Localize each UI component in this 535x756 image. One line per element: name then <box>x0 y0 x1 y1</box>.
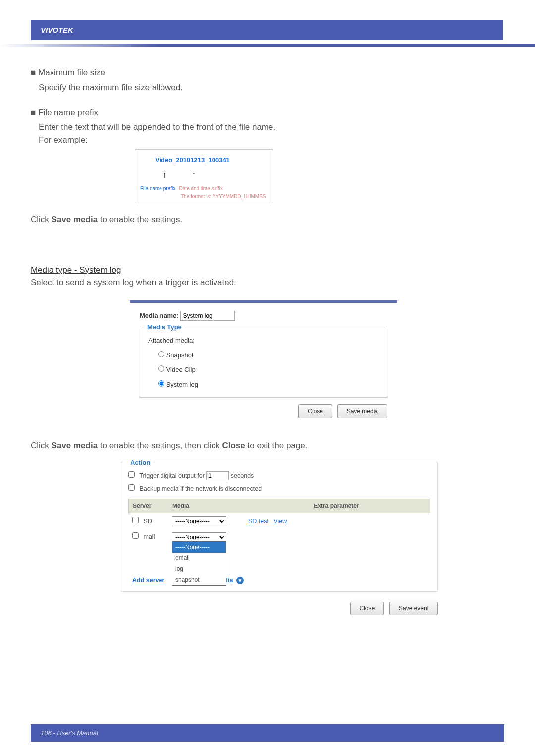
action-table-header: Server Media Extra parameter <box>128 499 430 513</box>
footer-page-label: 106 - User's Manual <box>31 724 504 742</box>
bullet-file-name-prefix: ■ File name prefix <box>31 106 504 119</box>
media-type-fieldset: Media Type Attached media: Snapshot Vide… <box>140 326 387 398</box>
example-format-label: The format is: YYYYMMDD_HHMMSS <box>181 193 268 200</box>
backup-media-checkbox[interactable] <box>128 484 135 491</box>
save-then-close-instruction: Click Save media to enable the settings,… <box>31 439 504 452</box>
close-button[interactable]: Close <box>298 404 332 418</box>
radio-videoclip[interactable] <box>158 365 164 372</box>
header-divider <box>0 44 535 47</box>
dropdown-option-snapshot[interactable]: snapshot <box>172 574 226 585</box>
media-name-input[interactable] <box>180 311 235 321</box>
bullet2-title: File name prefix <box>38 108 98 117</box>
hdr-server: Server <box>133 502 172 510</box>
attached-media-label: Attached media: <box>148 336 379 346</box>
mail-checkbox[interactable] <box>132 532 139 539</box>
row1-server: SD <box>143 518 152 525</box>
media-type-heading: Media type - System log <box>31 264 504 277</box>
dropdown-option-email[interactable]: email <box>172 553 226 563</box>
dropdown-option-none[interactable]: -----None----- <box>172 542 226 553</box>
table-row: SD -----None----- SD test View <box>128 513 430 529</box>
media-name-label: Media name: <box>140 312 179 319</box>
action-panel: Action Trigger digital output for second… <box>121 462 438 592</box>
radio-snapshot[interactable] <box>158 351 164 357</box>
view-link[interactable]: View <box>273 518 287 525</box>
sd-test-link[interactable]: SD test <box>248 518 268 525</box>
sd-media-select[interactable]: -----None----- <box>172 516 226 526</box>
example-filename: Video_20101213_100341 <box>155 155 268 165</box>
media-type-desc: Select to send a system log when a trigg… <box>31 276 504 289</box>
radio-videoclip-label: Video Clip <box>166 366 196 373</box>
row2-server: mail <box>143 533 155 540</box>
example-suffix-label: Date and time suffix <box>179 185 222 192</box>
header-brand: VIVOTEK <box>31 20 503 40</box>
backup-label: Backup media if the network is disconnec… <box>139 485 262 492</box>
table-row: mail -----None----- -----None----- email… <box>128 529 430 545</box>
up-arrow-icon: ↑ <box>192 168 196 182</box>
save-event-button[interactable]: Save event <box>389 602 438 615</box>
radio-snapshot-label: Snapshot <box>166 352 194 359</box>
dropdown-option-log[interactable]: log <box>172 563 226 574</box>
hdr-media: Media <box>172 502 247 510</box>
trigger-label-b: seconds <box>231 472 254 479</box>
radio-systemlog-label: System log <box>166 381 198 388</box>
filename-example-box: Video_20101213_100341 ↑ ↑ File name pref… <box>135 149 273 203</box>
up-arrow-icon: ↑ <box>162 168 167 182</box>
bullet-max-file-size: ■ Maximum file size <box>31 66 504 79</box>
mail-media-select[interactable]: -----None----- <box>172 532 226 542</box>
add-server-link[interactable]: Add server <box>132 576 164 585</box>
chevron-down-icon: ▼ <box>236 577 244 584</box>
hdr-extra: Extra parameter <box>247 502 426 510</box>
save-media-instruction: Click Save media to enable the settings. <box>31 213 504 226</box>
radio-systemlog[interactable] <box>158 380 164 387</box>
close-button[interactable]: Close <box>350 602 384 615</box>
mail-media-dropdown[interactable]: -----None----- email log snapshot <box>172 541 226 586</box>
bullet1-title: Maximum file size <box>38 68 105 77</box>
media-config-panel: Media name: Media Type Attached media: S… <box>130 300 397 425</box>
trigger-seconds-input[interactable] <box>206 471 229 480</box>
bullet2-desc: Enter the text that will be appended to … <box>39 121 504 134</box>
save-media-button[interactable]: Save media <box>337 404 387 418</box>
trigger-output-checkbox[interactable] <box>128 471 135 478</box>
media-type-legend: Media Type <box>145 323 184 331</box>
page-content: ■ Maximum file size Specify the maximum … <box>0 66 535 635</box>
trigger-label-a: Trigger digital output for <box>139 472 205 479</box>
example-prefix-label: File name prefix <box>140 185 175 192</box>
action-legend: Action <box>127 458 153 468</box>
bullet2-desc2: For example: <box>39 134 504 147</box>
sd-checkbox[interactable] <box>132 517 139 523</box>
bullet1-desc: Specify the maximum file size allowed. <box>39 81 504 94</box>
